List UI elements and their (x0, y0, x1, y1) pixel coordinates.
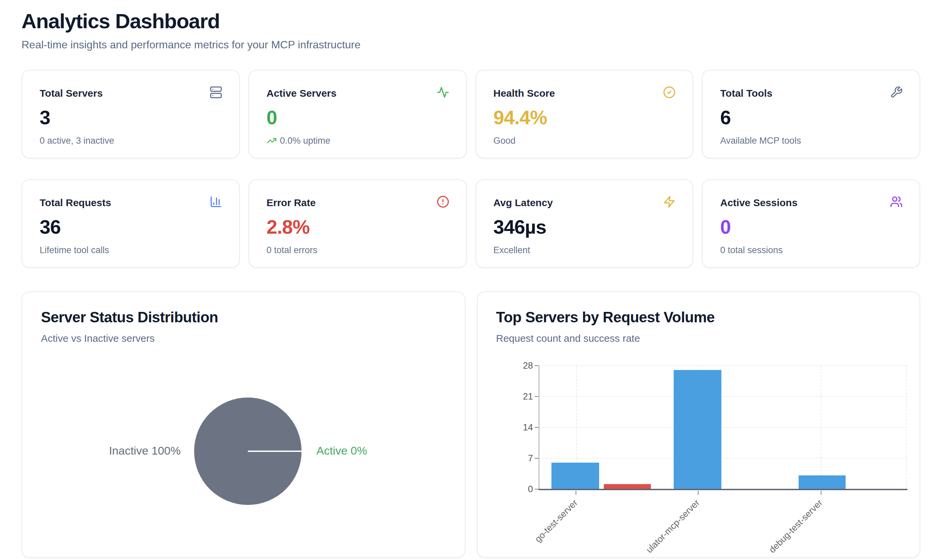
stat-sub: 0.0% uptime (266, 135, 449, 146)
stat-value: 3 (40, 107, 222, 129)
stat-sub: 0 active, 3 inactive (40, 135, 222, 146)
wrench-icon (890, 86, 903, 99)
check-circle-icon (663, 86, 676, 99)
pie-slice-boundary (248, 451, 303, 452)
gridline (538, 427, 906, 428)
stat-card-health-score: Health Score 94.4% Good (475, 70, 693, 158)
y-tick (534, 458, 538, 458)
pie-chart: Inactive 100% Active 0% (22, 292, 464, 557)
server-status-distribution-card: Server Status Distribution Active vs Ina… (22, 291, 465, 558)
x-category-label: debug-test-server (767, 498, 824, 555)
stat-card-avg-latency: Avg Latency 346µs Excellent (475, 179, 693, 268)
stat-label: Active Servers (266, 87, 449, 99)
y-tick-label: 21 (503, 391, 533, 402)
stat-card-active-sessions: Active Sessions 0 0 total sessions (702, 179, 921, 268)
activity-icon (436, 86, 449, 99)
y-tick-label: 7 (503, 453, 533, 463)
stat-value: 0 (720, 216, 902, 238)
stat-sub: 0 total errors (266, 245, 449, 255)
gridline (906, 365, 906, 489)
y-tick-label: 0 (503, 484, 533, 494)
gridline (538, 396, 906, 397)
stat-label: Avg Latency (493, 197, 675, 208)
plot-area (538, 365, 906, 489)
stat-label: Total Requests (40, 197, 222, 208)
stat-label: Total Tools (720, 87, 902, 99)
stat-label: Error Rate (266, 197, 449, 208)
stat-row-1: Total Servers 3 0 active, 3 inactive Act… (22, 70, 920, 158)
zap-icon (663, 195, 676, 208)
stat-card-error-rate: Error Rate 2.8% 0 total errors (248, 179, 467, 268)
x-category-label: ulator-mcp-server (644, 498, 702, 555)
bar-requests-ulator-mcp-server (673, 370, 721, 489)
bar-chart: 28 21 14 7 0 (477, 292, 919, 557)
stat-label: Total Servers (40, 87, 222, 99)
stat-value: 0 (266, 107, 449, 129)
pie-label-inactive: Inactive 100% (102, 445, 181, 458)
gridline (538, 458, 906, 458)
stat-sub: Lifetime tool calls (40, 245, 222, 255)
y-tick-label: 28 (503, 361, 533, 371)
users-icon (890, 195, 903, 208)
charts-row: Server Status Distribution Active vs Ina… (22, 291, 920, 558)
alert-circle-icon (436, 195, 449, 208)
x-tick (575, 491, 576, 495)
server-icon (209, 86, 222, 99)
stat-value: 36 (40, 216, 222, 238)
stat-card-total-servers: Total Servers 3 0 active, 3 inactive (22, 70, 240, 158)
stat-sub: Good (493, 135, 675, 146)
stat-value: 2.8% (266, 216, 449, 238)
y-tick-label: 14 (503, 422, 533, 432)
gridline (538, 365, 906, 366)
stat-row-2: Total Requests 36 Lifetime tool calls Er… (22, 179, 920, 268)
bar-requests-debug-test-server (798, 476, 845, 489)
y-tick (534, 365, 538, 366)
x-tick (821, 491, 821, 495)
page-subtitle: Real-time insights and performance metri… (22, 39, 920, 51)
bar-requests-go-test-server (551, 462, 599, 489)
stat-value: 94.4% (493, 107, 675, 129)
x-axis-line (538, 488, 907, 490)
dashboard-page: Analytics Dashboard Real-time insights a… (0, 0, 941, 560)
x-tick (698, 491, 699, 495)
y-tick (534, 488, 538, 489)
stat-card-total-tools: Total Tools 6 Available MCP tools (702, 70, 921, 158)
top-servers-by-request-volume-card: Top Servers by Request Volume Request co… (477, 291, 920, 558)
stat-card-total-requests: Total Requests 36 Lifetime tool calls (22, 179, 240, 268)
stat-label: Health Score (493, 87, 675, 99)
y-tick (534, 427, 538, 428)
trending-up-icon (266, 135, 277, 146)
stat-sub: Excellent (493, 245, 675, 255)
x-category-label: go-test-server (533, 498, 579, 544)
stat-label: Active Sessions (720, 197, 902, 208)
stat-value: 6 (720, 107, 902, 129)
stat-card-active-servers: Active Servers 0 0.0% uptime (248, 70, 467, 158)
stat-sub: Available MCP tools (720, 135, 902, 146)
gridline (821, 365, 821, 489)
page-title: Analytics Dashboard (22, 9, 920, 34)
pie-label-active: Active 0% (316, 445, 367, 458)
stat-sub: 0 total sessions (720, 245, 902, 255)
bar-chart-icon (209, 195, 222, 208)
stat-value: 346µs (493, 216, 675, 238)
y-tick (534, 396, 538, 397)
